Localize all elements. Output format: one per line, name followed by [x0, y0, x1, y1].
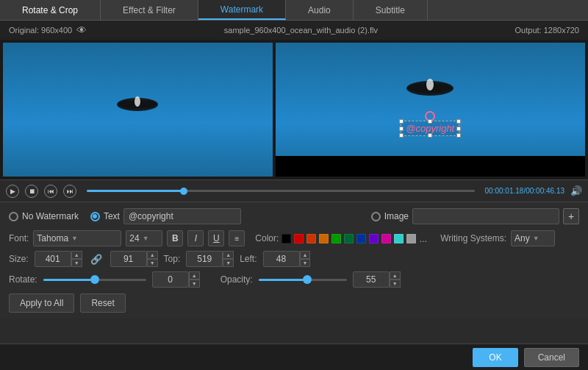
color-red[interactable]: [294, 234, 304, 243]
time-total: 00:00:46.13: [526, 187, 564, 195]
tab-subtitle[interactable]: Subtitle: [354, 0, 428, 20]
watermark-text-input[interactable]: [123, 208, 241, 224]
tab-audio[interactable]: Audio: [286, 0, 354, 20]
rotate-spinner: ▲ ▼: [189, 271, 200, 288]
original-info: Original: 960x400 👁: [9, 24, 87, 36]
resize-handle-tl[interactable]: [399, 119, 404, 124]
playback-bar: ▶ ⏹ ⏮ ⏭ 00:00:01.18/00:00:46.13 🔊: [0, 179, 588, 202]
color-cyan[interactable]: [394, 234, 404, 243]
watermark-overlay[interactable]: @copyright: [401, 121, 459, 136]
color-black[interactable]: [282, 234, 291, 243]
rotate-input[interactable]: [152, 271, 189, 288]
resize-handle-ml[interactable]: [399, 127, 404, 131]
top-spin-down[interactable]: ▼: [223, 259, 234, 267]
left-input-group: ▲ ▼: [263, 251, 311, 267]
color-more-button[interactable]: ...: [419, 233, 427, 244]
resize-handle-bm[interactable]: [428, 133, 432, 138]
no-watermark-radio[interactable]: [9, 212, 18, 221]
add-image-button[interactable]: +: [563, 208, 579, 224]
link-icon[interactable]: 🔗: [88, 254, 104, 265]
text-watermark-label[interactable]: Text: [104, 211, 120, 221]
reset-button[interactable]: Reset: [80, 293, 125, 313]
controls-area: No Watermark Text Image + Font: Tahoma ▼…: [0, 202, 588, 319]
tab-rotate-crop[interactable]: Rotate & Crop: [0, 0, 101, 20]
height-spin-up[interactable]: ▲: [147, 251, 158, 259]
strikethrough-button[interactable]: ≡: [229, 230, 245, 246]
opacity-spinner: ▲ ▼: [390, 271, 401, 288]
eye-icon[interactable]: 👁: [76, 24, 87, 36]
rotate-spin-down[interactable]: ▼: [189, 280, 200, 288]
height-input[interactable]: [110, 251, 147, 267]
resize-handle-tm[interactable]: [428, 119, 432, 124]
writing-systems-select[interactable]: Any ▼: [511, 230, 555, 246]
image-watermark-group: Image +: [371, 208, 579, 224]
ok-button[interactable]: OK: [473, 348, 517, 367]
opacity-spin-down[interactable]: ▼: [390, 280, 401, 288]
image-watermark-radio[interactable]: [371, 212, 381, 221]
color-dark-red[interactable]: [306, 234, 316, 243]
left-spin-up[interactable]: ▲: [300, 251, 311, 259]
font-size-select[interactable]: 24 ▼: [126, 230, 162, 246]
next-frame-button[interactable]: ⏭: [63, 185, 76, 198]
color-gray[interactable]: [406, 234, 416, 243]
opacity-spin-up[interactable]: ▲: [390, 271, 401, 280]
italic-button[interactable]: I: [187, 230, 204, 246]
rotate-slider[interactable]: [43, 279, 146, 281]
width-spin-down[interactable]: ▼: [71, 259, 82, 267]
apply-to-all-button[interactable]: Apply to All: [9, 293, 74, 313]
width-input[interactable]: [35, 251, 71, 267]
writing-systems-label: Writing Systems:: [440, 233, 506, 243]
top-input[interactable]: [186, 251, 223, 267]
rotate-thumb[interactable]: [90, 275, 99, 284]
left-input[interactable]: [263, 251, 300, 267]
rotate-spin-up[interactable]: ▲: [189, 271, 200, 280]
watermark-image-input[interactable]: [412, 208, 559, 224]
color-label: Color:: [255, 233, 279, 243]
color-purple[interactable]: [369, 234, 379, 243]
tab-effect-filter[interactable]: Effect & Filter: [101, 0, 198, 20]
left-label: Left:: [240, 254, 257, 264]
color-blue[interactable]: [356, 234, 366, 243]
font-name-select[interactable]: Tahoma ▼: [33, 230, 121, 246]
prev-frame-button[interactable]: ⏮: [44, 185, 57, 198]
left-spin-down[interactable]: ▼: [300, 259, 311, 267]
color-dark-green[interactable]: [344, 234, 354, 243]
height-spinner: ▲ ▼: [147, 251, 158, 267]
cancel-button[interactable]: Cancel: [524, 348, 579, 367]
opacity-input[interactable]: [353, 271, 390, 288]
text-watermark-group: Text: [90, 208, 241, 224]
watermark-type-row: No Watermark Text Image +: [9, 208, 579, 224]
text-watermark-radio[interactable]: [90, 212, 100, 221]
color-pink[interactable]: [381, 234, 391, 243]
time-display: 00:00:01.18/00:00:46.13: [485, 187, 564, 195]
opacity-thumb[interactable]: [303, 275, 312, 284]
tab-watermark[interactable]: Watermark: [198, 0, 286, 20]
resize-handle-mr[interactable]: [456, 127, 461, 131]
image-watermark-label[interactable]: Image: [384, 211, 409, 221]
underline-button[interactable]: U: [208, 230, 224, 246]
volume-icon[interactable]: 🔊: [570, 185, 582, 196]
width-spin-up[interactable]: ▲: [71, 251, 82, 259]
opacity-slider[interactable]: [259, 279, 347, 281]
svg-point-2: [135, 96, 140, 107]
progress-thumb[interactable]: [180, 188, 187, 195]
top-spin-up[interactable]: ▲: [223, 251, 234, 259]
progress-slider[interactable]: [87, 190, 475, 192]
opacity-label: Opacity:: [220, 274, 253, 285]
color-orange[interactable]: [319, 234, 329, 243]
play-button[interactable]: ▶: [6, 185, 19, 198]
resize-handle-br[interactable]: [456, 133, 461, 138]
bold-button[interactable]: B: [167, 230, 183, 246]
size-label: Size:: [9, 254, 29, 264]
color-green[interactable]: [331, 234, 341, 243]
opacity-fill: [259, 279, 307, 281]
no-watermark-label[interactable]: No Watermark: [22, 211, 79, 221]
bottom-bar: OK Cancel: [0, 344, 588, 370]
resize-handle-bl[interactable]: [399, 133, 404, 138]
width-spinner: ▲ ▼: [71, 251, 82, 267]
stop-button[interactable]: ⏹: [25, 185, 38, 198]
progress-fill: [87, 190, 184, 192]
resize-handle-tr[interactable]: [456, 119, 461, 124]
action-row: Apply to All Reset: [9, 293, 579, 313]
height-spin-down[interactable]: ▼: [147, 259, 158, 267]
